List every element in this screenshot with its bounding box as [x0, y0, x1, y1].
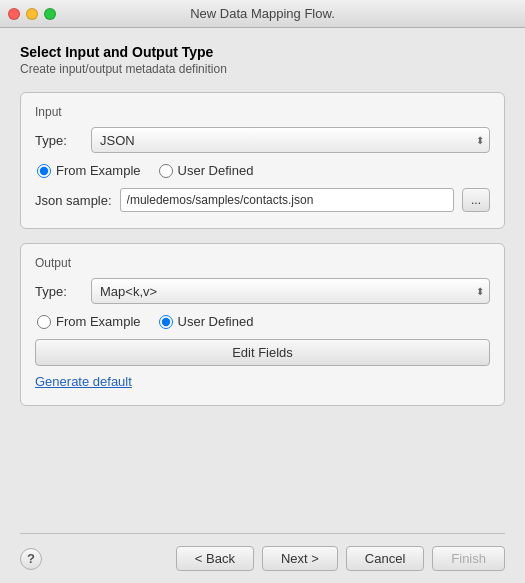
main-content: Select Input and Output Type Create inpu… — [0, 28, 525, 583]
footer-left: ? — [20, 548, 42, 570]
input-user-defined-option[interactable]: User Defined — [159, 163, 254, 178]
input-user-defined-label: User Defined — [178, 163, 254, 178]
output-type-row: Type: JSON XML CSV Map<k,v> POJO ⬍ — [35, 278, 490, 304]
input-user-defined-radio[interactable] — [159, 164, 173, 178]
input-from-example-radio[interactable] — [37, 164, 51, 178]
input-source-row: From Example User Defined — [35, 163, 490, 178]
output-section: Output Type: JSON XML CSV Map<k,v> POJO … — [20, 243, 505, 406]
window-title: New Data Mapping Flow. — [190, 6, 335, 21]
help-button[interactable]: ? — [20, 548, 42, 570]
input-type-select[interactable]: JSON XML CSV Map<k,v> POJO — [91, 127, 490, 153]
next-button[interactable]: Next > — [262, 546, 338, 571]
input-type-row: Type: JSON XML CSV Map<k,v> POJO ⬍ — [35, 127, 490, 153]
minimize-button[interactable] — [26, 8, 38, 20]
input-json-sample-row: Json sample: ... — [35, 188, 490, 212]
generate-default-link[interactable]: Generate default — [35, 374, 132, 389]
output-user-defined-label: User Defined — [178, 314, 254, 329]
input-from-example-option[interactable]: From Example — [37, 163, 141, 178]
title-bar: New Data Mapping Flow. — [0, 0, 525, 28]
finish-button[interactable]: Finish — [432, 546, 505, 571]
footer: ? < Back Next > Cancel Finish — [20, 533, 505, 571]
maximize-button[interactable] — [44, 8, 56, 20]
input-from-example-label: From Example — [56, 163, 141, 178]
traffic-lights — [8, 8, 56, 20]
output-type-select-wrapper: JSON XML CSV Map<k,v> POJO ⬍ — [91, 278, 490, 304]
input-section: Input Type: JSON XML CSV Map<k,v> POJO ⬍… — [20, 92, 505, 229]
output-user-defined-option[interactable]: User Defined — [159, 314, 254, 329]
output-source-row: From Example User Defined — [35, 314, 490, 329]
page-title: Select Input and Output Type — [20, 44, 505, 60]
input-json-sample-field[interactable] — [120, 188, 454, 212]
output-type-label: Type: — [35, 284, 83, 299]
output-from-example-option[interactable]: From Example — [37, 314, 141, 329]
output-from-example-radio[interactable] — [37, 315, 51, 329]
close-button[interactable] — [8, 8, 20, 20]
output-type-select[interactable]: JSON XML CSV Map<k,v> POJO — [91, 278, 490, 304]
input-section-label: Input — [35, 105, 490, 119]
edit-fields-button[interactable]: Edit Fields — [35, 339, 490, 366]
output-user-defined-radio[interactable] — [159, 315, 173, 329]
input-type-label: Type: — [35, 133, 83, 148]
output-from-example-label: From Example — [56, 314, 141, 329]
page-subtitle: Create input/output metadata definition — [20, 62, 505, 76]
input-type-select-wrapper: JSON XML CSV Map<k,v> POJO ⬍ — [91, 127, 490, 153]
input-browse-button[interactable]: ... — [462, 188, 490, 212]
output-section-label: Output — [35, 256, 490, 270]
input-json-sample-label: Json sample: — [35, 193, 112, 208]
back-button[interactable]: < Back — [176, 546, 254, 571]
cancel-button[interactable]: Cancel — [346, 546, 424, 571]
footer-buttons: < Back Next > Cancel Finish — [176, 546, 505, 571]
